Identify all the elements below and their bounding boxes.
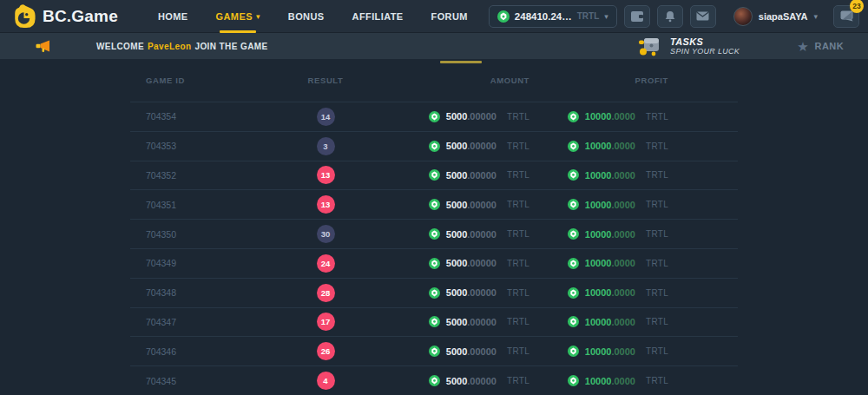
welcome-message: WELCOMEPaveLeonJOIN THE GAME [96,42,268,51]
profit-currency: TRTL [646,346,668,356]
nav-item-affiliate[interactable]: AFFILIATE [339,0,418,33]
amount-currency: TRTL [507,259,529,268]
chevron-down-icon: ▾ [256,12,260,21]
amount-currency: TRTL [507,346,529,356]
tasks-subtitle: SPIN YOUR LUCK [670,47,740,56]
table-row: 704353 3 5000.00000 TRTL 10000.0000 TRTL [130,131,738,161]
amount-currency: TRTL [507,170,529,180]
game-id: 704349 [130,258,278,268]
wallet-button[interactable] [624,5,650,28]
trtl-coin-icon [429,316,440,327]
tasks-widget[interactable]: TASKS SPIN YOUR LUCK [636,36,740,57]
nav-item-bonus[interactable]: BONUS [274,0,339,33]
result-badge: 14 [317,108,335,126]
profit-currency: TRTL [646,288,668,298]
trtl-coin-icon [429,111,440,122]
tasks-title: TASKS [670,36,740,48]
result-badge: 28 [317,284,335,302]
profit-currency: TRTL [646,142,668,151]
trtl-coin-icon [568,111,579,122]
main-content: GAME ID RESULT AMOUNT PROFIT 704354 14 5… [0,59,868,395]
table-header: GAME ID RESULT AMOUNT PROFIT [130,59,738,102]
table-row: 704348 28 5000.00000 TRTL 10000.0000 TRT… [130,278,738,307]
banner-right: TASKS SPIN YOUR LUCK ★ RANK [636,36,844,57]
mail-icon [696,11,709,21]
amount-currency: TRTL [507,200,529,209]
table-row: 704351 13 5000.00000 TRTL 10000.0000 TRT… [130,189,738,219]
result-badge: 3 [317,137,335,155]
profit-cell: 10000.0000 TRTL [529,258,668,269]
column-header-result: RESULT [278,76,373,85]
table-row: 704352 13 5000.00000 TRTL 10000.0000 TRT… [130,161,738,190]
amount-cell: 5000.00000 TRTL [373,316,529,327]
username: siapaSAYA [759,11,808,22]
profit-cell: 10000.0000 TRTL [529,316,668,327]
profit-cell: 10000.0000 TRTL [529,287,668,299]
notifications-button[interactable] [657,5,683,28]
messages-button[interactable] [690,5,716,28]
main-nav: HOME GAMES ▾ BONUS AFFILIATE FORUM [144,0,482,33]
game-id: 704347 [130,317,278,327]
result-badge: 17 [317,313,335,331]
trtl-coin-icon [497,10,510,23]
amount-cell: 5000.00000 TRTL [373,199,529,210]
table-row: 704345 4 5000.00000 TRTL 10000.0000 TRTL [130,365,738,395]
amount-cell: 5000.00000 TRTL [373,287,529,299]
game-id: 704354 [130,111,278,122]
game-id: 704350 [130,229,278,240]
trtl-coin-icon [429,346,440,357]
amount-currency: TRTL [507,288,529,298]
logo[interactable]: BC.Game [12,4,118,29]
profit-currency: TRTL [646,259,668,268]
profit-cell: 10000.0000 TRTL [529,199,668,210]
profit-cell: 10000.0000 TRTL [529,169,668,181]
amount-cell: 5000.00000 TRTL [373,375,529,386]
amount-currency: TRTL [507,376,529,385]
table-row: 704349 24 5000.00000 TRTL 10000.0000 TRT… [130,248,738,278]
profit-cell: 10000.0000 TRTL [529,111,668,122]
game-id: 704348 [130,287,278,298]
announcement-banner: WELCOMEPaveLeonJOIN THE GAME TASKS SPIN … [0,33,868,59]
result-badge: 13 [317,195,335,214]
game-id: 704346 [130,346,278,357]
rank-label: RANK [815,41,844,51]
profit-cell: 10000.0000 TRTL [529,346,668,357]
profit-cell: 10000.0000 TRTL [529,375,668,386]
trtl-coin-icon [568,169,579,181]
topbar: BC.Game HOME GAMES ▾ BONUS AFFILIATE FOR… [0,0,868,33]
amount-cell: 5000.00000 TRTL [373,258,529,269]
profit-cell: 10000.0000 TRTL [529,141,668,152]
nav-item-home[interactable]: HOME [144,0,202,33]
nav-item-forum[interactable]: FORUM [418,0,482,33]
chat-button[interactable]: 23 [833,5,859,28]
bcgame-logo-icon [12,4,36,29]
result-badge: 24 [317,254,335,273]
amount-currency: TRTL [507,317,529,326]
megaphone-icon [35,40,51,53]
trtl-coin-icon [568,346,579,357]
bets-table: GAME ID RESULT AMOUNT PROFIT 704354 14 5… [130,59,738,395]
trtl-coin-icon [429,141,440,152]
chevron-down-icon: ▾ [604,12,608,21]
column-header-profit: PROFIT [529,76,668,85]
user-menu[interactable]: siapaSAYA ▾ [733,7,818,26]
table-row: 704350 30 5000.00000 TRTL 10000.0000 TRT… [130,219,738,248]
bell-icon [664,10,676,23]
rank-widget[interactable]: ★ RANK [797,40,844,53]
active-tab-indicator [440,61,482,63]
profit-currency: TRTL [646,200,668,209]
game-id: 704353 [130,141,278,151]
welcome-suffix: JOIN THE GAME [194,42,267,51]
chat-icon [840,10,853,22]
trtl-coin-icon [568,228,579,240]
avatar [733,7,753,26]
balance-currency: TRTL [577,11,600,21]
table-body: 704354 14 5000.00000 TRTL 10000.0000 TRT… [130,102,738,395]
trtl-coin-icon [429,258,440,269]
balance-selector[interactable]: 248410.24… TRTL ▾ [489,5,617,28]
welcome-prefix: WELCOME [96,42,144,51]
profit-currency: TRTL [646,376,668,385]
amount-cell: 5000.00000 TRTL [373,346,529,357]
welcome-username: PaveLeon [148,42,191,51]
nav-item-games[interactable]: GAMES ▾ [202,0,274,33]
